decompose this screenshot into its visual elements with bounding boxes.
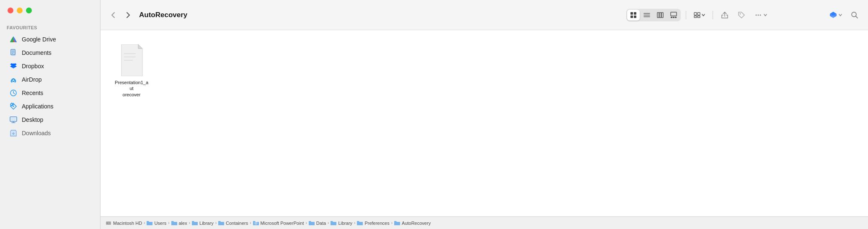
breadcrumb-item-preferences[interactable]: Preferences bbox=[357, 220, 389, 226]
breadcrumb-label: Macintosh HD bbox=[113, 221, 142, 226]
svg-rect-47 bbox=[671, 17, 672, 18]
file-item[interactable]: Presentation1_aut orecover bbox=[111, 40, 152, 101]
airdrop-icon bbox=[9, 75, 18, 84]
sidebar: Favourites bbox=[0, 0, 101, 229]
breadcrumb-item-data[interactable]: Data bbox=[309, 220, 326, 226]
svg-rect-51 bbox=[698, 13, 700, 15]
svg-point-30 bbox=[13, 106, 14, 107]
sidebar-item-dropbox[interactable]: Dropbox bbox=[3, 60, 98, 72]
view-icon-button[interactable] bbox=[627, 10, 640, 21]
fullscreen-button[interactable] bbox=[26, 8, 32, 13]
breadcrumb-item-users[interactable]: Users bbox=[147, 220, 166, 226]
sidebar-item-recents[interactable]: Recents bbox=[3, 87, 98, 99]
file-label: Presentation1_aut orecover bbox=[114, 80, 149, 98]
breadcrumb-arrow: › bbox=[328, 221, 329, 225]
svg-rect-67 bbox=[106, 221, 111, 225]
breadcrumb-arrow: › bbox=[215, 221, 217, 225]
more-dropdown-button[interactable] bbox=[752, 9, 770, 21]
sidebar-item-downloads[interactable]: Downloads bbox=[3, 127, 98, 139]
folder-icon bbox=[147, 220, 152, 226]
forward-button[interactable] bbox=[122, 9, 134, 21]
search-button[interactable] bbox=[848, 8, 861, 22]
svg-rect-36 bbox=[630, 12, 633, 15]
sidebar-item-desktop[interactable]: Desktop bbox=[3, 113, 98, 126]
svg-rect-46 bbox=[671, 12, 677, 16]
svg-point-71 bbox=[255, 222, 256, 223]
breadcrumb-item-library2[interactable]: Library bbox=[331, 220, 352, 226]
folder-icon bbox=[218, 220, 224, 226]
file-icon bbox=[116, 44, 147, 77]
svg-rect-50 bbox=[694, 13, 697, 15]
breadcrumb-label: Data bbox=[316, 221, 326, 226]
minimize-button[interactable] bbox=[17, 8, 23, 13]
breadcrumb-arrow: › bbox=[168, 221, 169, 225]
sidebar-item-google-drive[interactable]: Google Drive bbox=[3, 33, 98, 46]
share-button[interactable] bbox=[718, 8, 731, 22]
breadcrumb-label: Containers bbox=[226, 221, 248, 226]
sidebar-item-label: Documents bbox=[22, 49, 52, 56]
breadcrumb-label: AutoRecovery bbox=[402, 221, 431, 226]
breadcrumb-label: alex bbox=[179, 221, 187, 226]
svg-rect-52 bbox=[694, 16, 697, 18]
sidebar-item-airdrop[interactable]: AirDrop bbox=[3, 73, 98, 86]
main-content: AutoRecovery bbox=[101, 0, 868, 229]
folder-icon bbox=[192, 220, 198, 226]
sidebar-item-applications[interactable]: Applications bbox=[3, 100, 98, 113]
view-toggle-group bbox=[626, 9, 681, 21]
svg-rect-48 bbox=[673, 17, 674, 18]
toolbar-separator-2 bbox=[713, 11, 713, 19]
breadcrumb-item-microsoft-powerpoint[interactable]: Microsoft PowerPoint bbox=[253, 220, 304, 226]
folder-icon bbox=[357, 220, 363, 226]
breadcrumb-label: Library bbox=[338, 221, 352, 226]
view-list-button[interactable] bbox=[641, 10, 653, 21]
toolbar: AutoRecovery bbox=[101, 0, 868, 30]
dropbox-icon bbox=[9, 62, 18, 70]
view-column-button[interactable] bbox=[654, 10, 666, 21]
breadcrumb-arrow: › bbox=[354, 221, 355, 225]
sidebar-item-label: Google Drive bbox=[22, 36, 56, 43]
svg-rect-43 bbox=[657, 13, 659, 18]
svg-rect-53 bbox=[698, 16, 700, 18]
sidebar-item-label: Desktop bbox=[22, 116, 43, 123]
folder-icon bbox=[309, 220, 315, 226]
sidebar-section-label: Favourites bbox=[0, 25, 100, 33]
group-dropdown-button[interactable] bbox=[691, 10, 708, 20]
breadcrumb-item-autorecovery[interactable]: AutoRecovery bbox=[394, 220, 431, 226]
file-content-area: Presentation1_aut orecover bbox=[101, 30, 868, 216]
toolbar-separator-1 bbox=[686, 11, 686, 19]
documents-icon bbox=[9, 49, 18, 57]
svg-point-57 bbox=[760, 14, 761, 15]
breadcrumb-label: Microsoft PowerPoint bbox=[261, 221, 304, 226]
breadcrumb-arrow: › bbox=[250, 221, 251, 225]
recents-icon bbox=[9, 89, 18, 97]
breadcrumb-item-containers[interactable]: Containers bbox=[218, 220, 248, 226]
svg-rect-39 bbox=[634, 15, 636, 18]
close-button[interactable] bbox=[8, 8, 13, 13]
google-drive-icon bbox=[9, 35, 18, 44]
back-button[interactable] bbox=[107, 9, 119, 21]
svg-rect-34 bbox=[11, 118, 16, 121]
svg-point-54 bbox=[740, 13, 741, 14]
dropbox-toolbar-button[interactable] bbox=[827, 9, 845, 21]
breadcrumb-item-alex[interactable]: alex bbox=[171, 220, 187, 226]
sidebar-item-documents[interactable]: Documents bbox=[3, 46, 98, 59]
breadcrumb-label: Preferences bbox=[364, 221, 389, 226]
folder-icon bbox=[394, 220, 400, 226]
svg-rect-49 bbox=[675, 17, 677, 18]
view-gallery-button[interactable] bbox=[667, 10, 680, 21]
svg-point-55 bbox=[756, 14, 757, 15]
drive-icon bbox=[106, 220, 111, 226]
statusbar: Macintosh HD › Users › alex bbox=[101, 216, 868, 229]
tag-button[interactable] bbox=[735, 8, 748, 22]
sidebar-item-label: Recents bbox=[22, 90, 43, 96]
breadcrumb-item-library1[interactable]: Library bbox=[192, 220, 214, 226]
page-title: AutoRecovery bbox=[139, 11, 187, 19]
breadcrumb-arrow: › bbox=[189, 221, 190, 225]
sidebar-item-label: AirDrop bbox=[22, 76, 41, 83]
breadcrumb-arrow: › bbox=[144, 221, 145, 225]
svg-rect-38 bbox=[630, 15, 633, 18]
sidebar-item-label: Dropbox bbox=[22, 63, 44, 69]
svg-point-68 bbox=[107, 223, 108, 224]
breadcrumb-item-macintosh-hd[interactable]: Macintosh HD bbox=[106, 220, 142, 226]
svg-rect-17 bbox=[12, 51, 16, 56]
